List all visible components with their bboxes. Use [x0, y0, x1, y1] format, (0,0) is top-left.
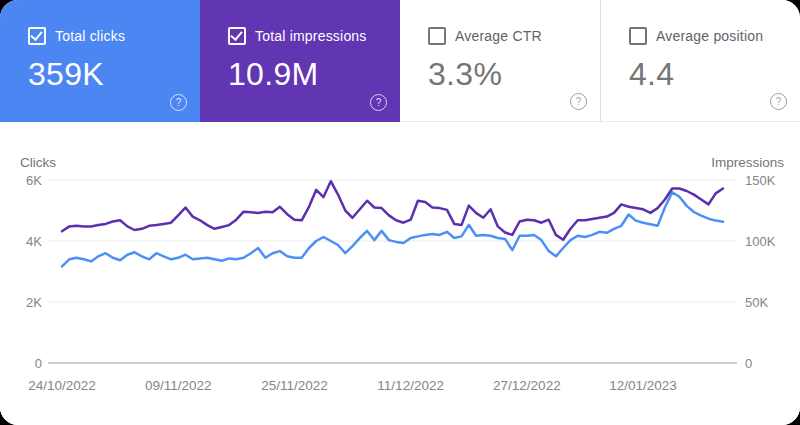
left-axis-tick-label: 0	[35, 356, 42, 371]
x-axis-date-label: 27/12/2022	[493, 378, 561, 393]
card-label: Total clicks	[55, 28, 125, 44]
right-axis-tick-label: 150K	[745, 173, 776, 188]
help-icon[interactable]: ?	[570, 93, 587, 110]
left-axis-tick-label: 2K	[26, 295, 42, 310]
card-average-ctr-header: Average CTR	[428, 27, 600, 45]
clicks-impressions-line-chart[interactable]: 002K50K4K100K6K150KClicksImpressions24/1…	[0, 140, 800, 425]
card-average-position[interactable]: Average position 4.4 ?	[600, 0, 800, 122]
right-axis-tick-label: 0	[745, 356, 752, 371]
right-axis-title: Impressions	[711, 155, 784, 170]
x-axis-date-label: 12/01/2023	[609, 378, 677, 393]
total-impressions-line	[62, 181, 723, 240]
x-axis-date-label: 25/11/2022	[261, 378, 328, 393]
search-console-performance-panel: Total clicks 359K ? Total impressions 10…	[0, 0, 800, 425]
left-axis-title: Clicks	[20, 155, 56, 170]
total-impressions-checkbox[interactable]	[228, 27, 246, 45]
card-total-impressions-header: Total impressions	[228, 27, 400, 45]
check-icon	[30, 28, 42, 41]
average-position-value: 4.4	[629, 56, 800, 93]
card-label: Average position	[656, 28, 763, 44]
card-total-clicks[interactable]: Total clicks 359K ?	[0, 0, 200, 122]
total-clicks-value: 359K	[28, 56, 200, 93]
check-icon	[230, 28, 242, 41]
total-clicks-checkbox[interactable]	[28, 27, 46, 45]
average-position-checkbox[interactable]	[629, 27, 647, 45]
card-label: Average CTR	[455, 28, 542, 44]
x-axis-date-label: 09/11/2022	[145, 378, 212, 393]
right-axis-tick-label: 100K	[745, 234, 776, 249]
total-clicks-line	[62, 192, 723, 266]
card-total-impressions[interactable]: Total impressions 10.9M ?	[200, 0, 400, 122]
average-ctr-value: 3.3%	[428, 56, 600, 93]
card-total-clicks-header: Total clicks	[28, 27, 200, 45]
metric-cards-row: Total clicks 359K ? Total impressions 10…	[0, 0, 800, 122]
x-axis-date-label: 11/12/2022	[377, 378, 444, 393]
help-icon[interactable]: ?	[770, 93, 787, 110]
performance-chart-area: 002K50K4K100K6K150KClicksImpressions24/1…	[0, 140, 800, 425]
x-axis-date-label: 24/10/2022	[28, 378, 96, 393]
card-average-ctr[interactable]: Average CTR 3.3% ?	[400, 0, 600, 122]
left-axis-tick-label: 6K	[26, 173, 42, 188]
right-axis-tick-label: 50K	[745, 295, 768, 310]
left-axis-tick-label: 4K	[26, 234, 42, 249]
average-ctr-checkbox[interactable]	[428, 27, 446, 45]
total-impressions-value: 10.9M	[228, 56, 400, 93]
card-label: Total impressions	[255, 28, 367, 44]
help-icon[interactable]: ?	[370, 94, 387, 111]
help-icon[interactable]: ?	[170, 94, 187, 111]
card-average-position-header: Average position	[629, 27, 800, 45]
